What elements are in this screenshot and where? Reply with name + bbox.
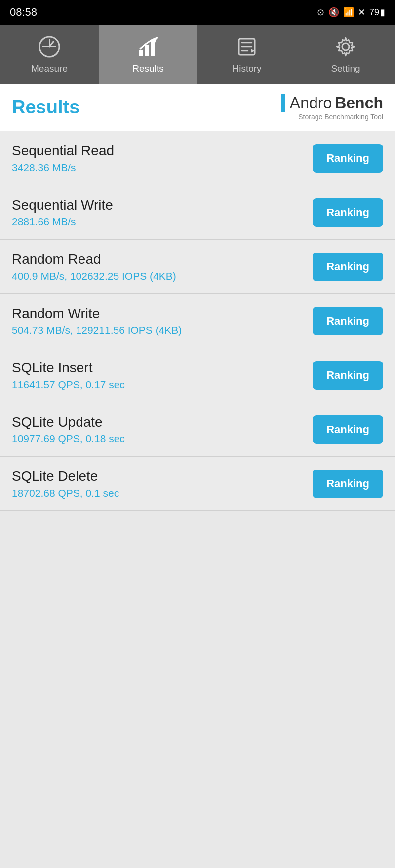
ranking-button-random-read[interactable]: Ranking [313, 253, 383, 281]
svg-point-14 [342, 43, 349, 50]
measure-icon [37, 35, 62, 59]
battery-icon: 79 ▮ [369, 7, 385, 18]
page-header: Results AndroBench Storage Benchmarking … [0, 84, 395, 131]
result-info-sqlite-update: SQLite Update 10977.69 QPS, 0.18 sec [12, 414, 313, 445]
wifi-icon: 📶 [343, 7, 354, 18]
tab-measure-label: Measure [31, 63, 68, 74]
ranking-button-sqlite-insert[interactable]: Ranking [313, 361, 383, 390]
svg-rect-7 [151, 40, 155, 56]
svg-rect-6 [145, 45, 149, 56]
status-icons: ⊙ 🔇 📶 ✕ 79 ▮ [317, 7, 385, 18]
tab-history-label: History [232, 63, 261, 74]
x-icon: ✕ [358, 7, 365, 18]
result-name-random-write: Random Write [12, 306, 313, 322]
result-item-random-write: Random Write 504.73 MB/s, 129211.56 IOPS… [0, 294, 395, 348]
result-info-sqlite-delete: SQLite Delete 18702.68 QPS, 0.1 sec [12, 469, 313, 499]
result-name-sqlite-update: SQLite Update [12, 414, 313, 430]
result-info-random-write: Random Write 504.73 MB/s, 129211.56 IOPS… [12, 306, 313, 336]
tab-setting-label: Setting [331, 63, 360, 74]
result-info-random-read: Random Read 400.9 MB/s, 102632.25 IOPS (… [12, 252, 313, 282]
tab-measure[interactable]: Measure [0, 25, 99, 84]
tab-setting[interactable]: Setting [296, 25, 395, 84]
result-value-random-write: 504.73 MB/s, 129211.56 IOPS (4KB) [12, 325, 313, 336]
status-bar: 08:58 ⊙ 🔇 📶 ✕ 79 ▮ [0, 0, 395, 25]
result-name-random-read: Random Read [12, 252, 313, 267]
brand-bar-accent [281, 94, 285, 112]
svg-rect-5 [139, 50, 143, 56]
tab-history[interactable]: History [198, 25, 296, 84]
history-icon [235, 35, 259, 59]
status-time: 08:58 [10, 6, 37, 19]
result-item-random-read: Random Read 400.9 MB/s, 102632.25 IOPS (… [0, 240, 395, 294]
result-item-sqlite-update: SQLite Update 10977.69 QPS, 0.18 sec Ran… [0, 402, 395, 457]
ranking-button-sequential-read[interactable]: Ranking [313, 144, 383, 173]
brand-bench: Bench [335, 94, 383, 112]
result-value-random-read: 400.9 MB/s, 102632.25 IOPS (4KB) [12, 270, 313, 282]
navigation-tabs: Measure Results History [0, 25, 395, 84]
result-info-sequential-read: Sequential Read 3428.36 MB/s [12, 143, 313, 174]
result-value-sqlite-update: 10977.69 QPS, 0.18 sec [12, 433, 313, 445]
result-name-sqlite-delete: SQLite Delete [12, 469, 313, 484]
mute-icon: 🔇 [328, 7, 339, 18]
tab-results-label: Results [132, 63, 163, 74]
ranking-button-sequential-write[interactable]: Ranking [313, 198, 383, 227]
result-name-sequential-write: Sequential Write [12, 197, 313, 213]
result-name-sqlite-insert: SQLite Insert [12, 360, 313, 376]
ranking-button-random-write[interactable]: Ranking [313, 307, 383, 335]
result-item-sqlite-delete: SQLite Delete 18702.68 QPS, 0.1 sec Rank… [0, 457, 395, 511]
brand-logo: AndroBench Storage Benchmarking Tool [281, 94, 383, 121]
ranking-button-sqlite-delete[interactable]: Ranking [313, 470, 383, 498]
tab-results[interactable]: Results [99, 25, 198, 84]
svg-line-1 [49, 42, 53, 47]
speedometer-icon: ⊙ [317, 7, 324, 18]
result-item-sequential-read: Sequential Read 3428.36 MB/s Ranking [0, 131, 395, 185]
ranking-button-sqlite-update[interactable]: Ranking [313, 415, 383, 444]
results-icon [136, 35, 160, 59]
page-title: Results [12, 97, 79, 118]
results-list: Sequential Read 3428.36 MB/s Ranking Seq… [0, 131, 395, 511]
result-info-sequential-write: Sequential Write 2881.66 MB/s [12, 197, 313, 228]
result-value-sequential-write: 2881.66 MB/s [12, 216, 313, 228]
brand-andro: Andro [290, 94, 332, 112]
setting-icon [333, 35, 358, 59]
result-name-sequential-read: Sequential Read [12, 143, 313, 159]
result-value-sqlite-insert: 11641.57 QPS, 0.17 sec [12, 379, 313, 391]
result-item-sequential-write: Sequential Write 2881.66 MB/s Ranking [0, 185, 395, 240]
result-item-sqlite-insert: SQLite Insert 11641.57 QPS, 0.17 sec Ran… [0, 348, 395, 402]
bottom-empty-area [0, 511, 395, 708]
brand-subtitle: Storage Benchmarking Tool [298, 113, 383, 121]
brand-name: AndroBench [281, 94, 383, 112]
result-value-sqlite-delete: 18702.68 QPS, 0.1 sec [12, 487, 313, 499]
result-value-sequential-read: 3428.36 MB/s [12, 162, 313, 174]
result-info-sqlite-insert: SQLite Insert 11641.57 QPS, 0.17 sec [12, 360, 313, 391]
